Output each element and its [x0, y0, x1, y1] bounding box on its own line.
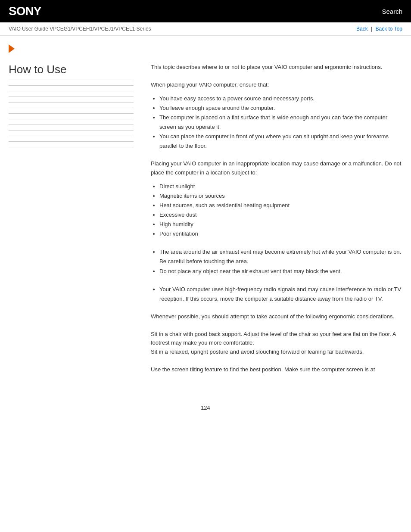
- list-item: You leave enough space around the comput…: [159, 103, 402, 113]
- sidebar-line-7: [9, 119, 134, 119]
- sidebar-title: How to Use: [9, 63, 134, 80]
- list-item: The computer is placed on a flat surface…: [159, 113, 402, 132]
- breadcrumb-separator: |: [371, 26, 372, 32]
- ergonomic-para1: Sit in a chair with good back support. A…: [151, 330, 402, 357]
- list-item: Excessive dust: [159, 210, 402, 220]
- back-link[interactable]: Back: [356, 26, 368, 32]
- list-item: Direct sunlight: [159, 182, 402, 191]
- list-item: You have easy access to a power source a…: [159, 94, 402, 103]
- site-header: SONY Search: [0, 0, 411, 22]
- intro-paragraph: This topic describes where to or not to …: [151, 63, 402, 72]
- sidebar-line-12: [9, 147, 134, 147]
- list-item: You can place the computer in front of y…: [159, 132, 402, 151]
- section2-heading: Placing your VAIO computer in an inappro…: [151, 159, 402, 177]
- breadcrumb-nav: Back | Back to Top: [356, 26, 402, 32]
- sidebar-line-2: [9, 91, 134, 91]
- search-button[interactable]: Search: [382, 8, 402, 15]
- back-to-top-link[interactable]: Back to Top: [376, 26, 402, 32]
- list-item: Poor ventilation: [159, 229, 402, 239]
- list-item: Magnetic items or sources: [159, 191, 402, 201]
- section1-heading: When placing your VAIO computer, ensure …: [151, 81, 402, 90]
- section3: The area around the air exhaust vent may…: [151, 247, 402, 276]
- sidebar-line-8: [9, 124, 134, 125]
- page-number: 124: [201, 404, 210, 411]
- intro-section: This topic describes where to or not to …: [151, 63, 402, 72]
- main-content: How to Use This topic describes where to…: [0, 59, 411, 387]
- list-item: High humidity: [159, 220, 402, 229]
- sidebar: How to Use: [9, 63, 142, 383]
- sidebar-line-5: [9, 108, 134, 108]
- list-item: Do not place any object near the air exh…: [159, 267, 402, 276]
- breadcrumb-bar: VAIO User Guide VPCEG1/VPCEH1/VPCEJ1/VPC…: [0, 22, 411, 36]
- section3-list: The area around the air exhaust vent may…: [159, 247, 402, 276]
- content-area: This topic describes where to or not to …: [142, 63, 402, 383]
- breadcrumb-text: VAIO User Guide VPCEG1/VPCEH1/VPCEJ1/VPC…: [9, 26, 151, 32]
- chevron-container: [0, 36, 411, 59]
- sony-logo: SONY: [9, 4, 41, 18]
- sidebar-line-6: [9, 113, 134, 114]
- section2-list: Direct sunlight Magnetic items or source…: [159, 182, 402, 239]
- section1: When placing your VAIO computer, ensure …: [151, 81, 402, 151]
- ergonomic-para2: Use the screen tilting feature to find t…: [151, 365, 402, 374]
- sidebar-line-1: [9, 85, 134, 86]
- list-item: Your VAIO computer uses high-frequency r…: [159, 285, 402, 304]
- section2: Placing your VAIO computer in an inappro…: [151, 159, 402, 239]
- sidebar-line-11: [9, 141, 134, 142]
- list-item: Heat sources, such as residential heatin…: [159, 201, 402, 210]
- sidebar-line-4: [9, 102, 134, 103]
- sidebar-line-10: [9, 136, 134, 136]
- ergonomic-intro-section: Whenever possible, you should attempt to…: [151, 312, 402, 321]
- section4: Your VAIO computer uses high-frequency r…: [151, 285, 402, 304]
- list-item: The area around the air exhaust vent may…: [159, 247, 402, 266]
- chevron-right-icon: [9, 44, 15, 53]
- section1-list: You have easy access to a power source a…: [159, 94, 402, 151]
- ergonomic-para1-section: Sit in a chair with good back support. A…: [151, 330, 402, 357]
- ergonomic-para2-section: Use the screen tilting feature to find t…: [151, 365, 402, 374]
- ergonomic-intro: Whenever possible, you should attempt to…: [151, 312, 402, 321]
- sidebar-line-3: [9, 96, 134, 97]
- page-footer: 124: [0, 396, 411, 420]
- section4-list: Your VAIO computer uses high-frequency r…: [159, 285, 402, 304]
- sidebar-line-9: [9, 130, 134, 131]
